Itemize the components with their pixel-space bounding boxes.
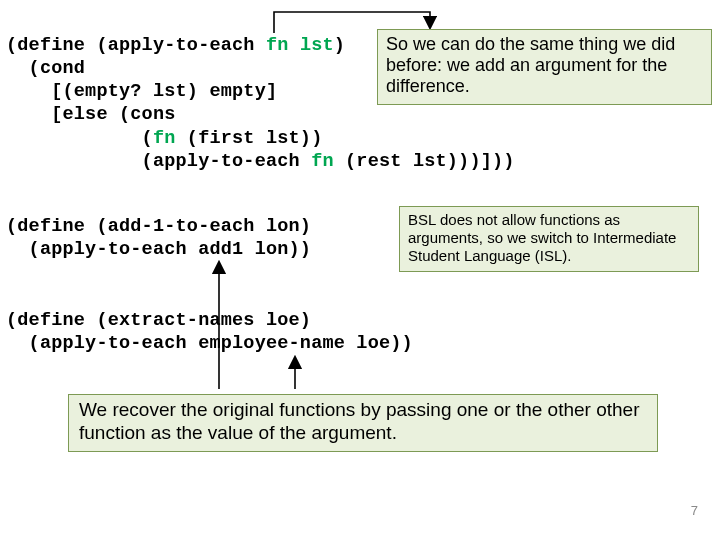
code-extract-names: (define (extract-names loe) (apply-to-ea… xyxy=(6,309,413,355)
callout-isl: BSL does not allow functions as argument… xyxy=(399,206,699,272)
callout-argument-difference: So we can do the same thing we did befor… xyxy=(377,29,712,105)
page-number: 7 xyxy=(691,503,698,518)
code-add1: (define (add-1-to-each lon) (apply-to-ea… xyxy=(6,215,311,261)
callout-recover: We recover the original functions by pas… xyxy=(68,394,658,452)
